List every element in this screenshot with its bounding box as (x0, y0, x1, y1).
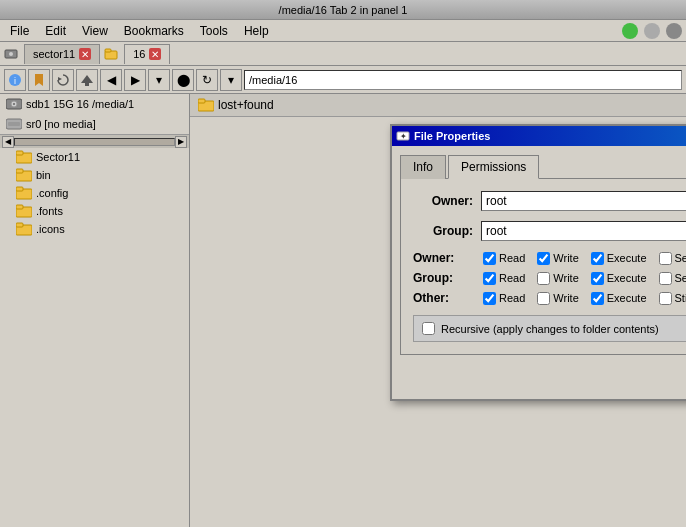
sidebar-file-bin-label: bin (36, 169, 51, 181)
perm-group-extra-label: Set GID (675, 272, 686, 284)
back-btn[interactable]: ◀ (100, 69, 122, 91)
group-label: Group: (413, 224, 473, 238)
perm-owner-execute: Execute (591, 252, 647, 265)
perm-owner-execute-label: Execute (607, 252, 647, 264)
sidebar-file-fonts-label: .fonts (36, 205, 63, 217)
sidebar-file-bin[interactable]: bin (0, 166, 189, 184)
tab-16-close[interactable]: ✕ (149, 48, 161, 60)
perm-group-execute: Execute (591, 272, 647, 285)
menu-bookmarks[interactable]: Bookmarks (118, 22, 190, 40)
svg-rect-13 (8, 122, 20, 126)
perm-owner-read: Read (483, 252, 525, 265)
tab-info[interactable]: Info (400, 155, 446, 179)
dialog-buttons: Cancel OK (400, 367, 686, 391)
perm-other-sticky: Sticky (659, 292, 686, 305)
sidebar-drive-sr0-label: sr0 [no media] (26, 118, 96, 130)
perm-other-label: Other: (413, 291, 483, 305)
status-mid-icon (644, 23, 660, 39)
status-ok-icon (622, 23, 638, 39)
bookmarks-btn[interactable] (28, 69, 50, 91)
perm-other-execute-label: Execute (607, 292, 647, 304)
tab-16[interactable]: 16 ✕ (124, 44, 170, 64)
owner-row: Owner: (413, 191, 686, 211)
perm-other-write: Write (537, 292, 578, 305)
nav2-btn[interactable]: ▾ (220, 69, 242, 91)
drive-icon (4, 47, 18, 61)
perm-group-extra-checkbox[interactable] (659, 272, 672, 285)
perm-other-execute: Execute (591, 292, 647, 305)
scrollbar-track[interactable] (14, 138, 175, 146)
perm-owner-write-checkbox[interactable] (537, 252, 550, 265)
perm-other-execute-checkbox[interactable] (591, 292, 604, 305)
menu-edit[interactable]: Edit (39, 22, 72, 40)
perm-other-read-checkbox[interactable] (483, 292, 496, 305)
sidebar-drive-sdb1[interactable]: sdb1 15G 16 /media/1 (0, 94, 189, 114)
perm-owner-checks: Read Write Execute (483, 252, 686, 265)
perm-group-execute-checkbox[interactable] (591, 272, 604, 285)
address-bar[interactable]: /media/16 (244, 70, 682, 90)
perm-owner-extra-checkbox[interactable] (659, 252, 672, 265)
svg-marker-6 (58, 77, 62, 81)
svg-marker-7 (81, 75, 93, 83)
tab-permissions[interactable]: Permissions (448, 155, 539, 179)
recursive-checkbox[interactable] (422, 322, 435, 335)
perm-owner-write: Write (537, 252, 578, 265)
tab-sector11-label: sector11 (33, 48, 75, 60)
perm-group-write-label: Write (553, 272, 578, 284)
folder-icon-1 (16, 168, 32, 182)
menu-bar: File Edit View Bookmarks Tools Help (0, 20, 686, 42)
sidebar-file-config-label: .config (36, 187, 68, 199)
tab-sector11-close[interactable]: ✕ (79, 48, 91, 60)
perm-group-read-checkbox[interactable] (483, 272, 496, 285)
perm-group-execute-label: Execute (607, 272, 647, 284)
stop-btn[interactable]: ⬤ (172, 69, 194, 91)
tab-bar: sector11 ✕ 16 ✕ (0, 42, 686, 66)
nav-btn[interactable]: ↻ (196, 69, 218, 91)
perm-group-write-checkbox[interactable] (537, 272, 550, 285)
sidebar-file-config[interactable]: .config (0, 184, 189, 202)
perm-group-setgid: Set GID (659, 272, 686, 285)
sidebar-file-sector11-label: Sector11 (36, 151, 80, 163)
dialog-title-icon: ✦ (396, 129, 410, 143)
title-bar: /media/16 Tab 2 in panel 1 (0, 0, 686, 20)
svg-rect-19 (16, 187, 23, 191)
info-btn[interactable]: i (4, 69, 26, 91)
scroll-left-btn[interactable]: ◀ (2, 136, 14, 148)
file-properties-dialog: ✦ File Properties _ □ ✕ Info Permissions (390, 124, 686, 401)
sidebar-file-icons[interactable]: .icons (0, 220, 189, 238)
sidebar-file-sector11[interactable]: Sector11 (0, 148, 189, 166)
perm-owner-write-label: Write (553, 252, 578, 264)
perm-row-group: Group: Read Write (413, 271, 686, 285)
dialog-body: Info Permissions Owner: Group: (392, 146, 686, 399)
up-btn[interactable] (76, 69, 98, 91)
sidebar-file-fonts[interactable]: .fonts (0, 202, 189, 220)
perm-row-other: Other: Read Write (413, 291, 686, 305)
menu-file[interactable]: File (4, 22, 35, 40)
perm-other-extra-checkbox[interactable] (659, 292, 672, 305)
dropdown-btn[interactable]: ▾ (148, 69, 170, 91)
perm-owner-extra-label: Set UID (675, 252, 686, 264)
menu-view[interactable]: View (76, 22, 114, 40)
svg-point-1 (9, 52, 13, 56)
dialog-tab-content: Owner: Group: Owner: R (400, 179, 686, 355)
sidebar-file-icons-label: .icons (36, 223, 65, 235)
perm-owner-read-label: Read (499, 252, 525, 264)
perm-owner-read-checkbox[interactable] (483, 252, 496, 265)
perm-other-write-checkbox[interactable] (537, 292, 550, 305)
sidebar-drive-sr0[interactable]: sr0 [no media] (0, 114, 189, 134)
folder-icon-0 (16, 150, 32, 164)
svg-text:i: i (14, 76, 16, 86)
forward-btn[interactable]: ▶ (124, 69, 146, 91)
tab-sector11[interactable]: sector11 ✕ (24, 44, 100, 64)
svg-rect-25 (198, 99, 205, 103)
owner-input[interactable] (481, 191, 686, 211)
perm-owner-execute-checkbox[interactable] (591, 252, 604, 265)
menu-help[interactable]: Help (238, 22, 275, 40)
content-area: lost+found ✦ File Properties _ □ ✕ Info (190, 94, 686, 527)
scroll-right-btn[interactable]: ▶ (175, 136, 187, 148)
content-header: lost+found (190, 94, 686, 117)
menu-tools[interactable]: Tools (194, 22, 234, 40)
group-input[interactable] (481, 221, 686, 241)
recursive-row: Recursive (apply changes to folder conte… (413, 315, 686, 342)
refresh-btn[interactable] (52, 69, 74, 91)
